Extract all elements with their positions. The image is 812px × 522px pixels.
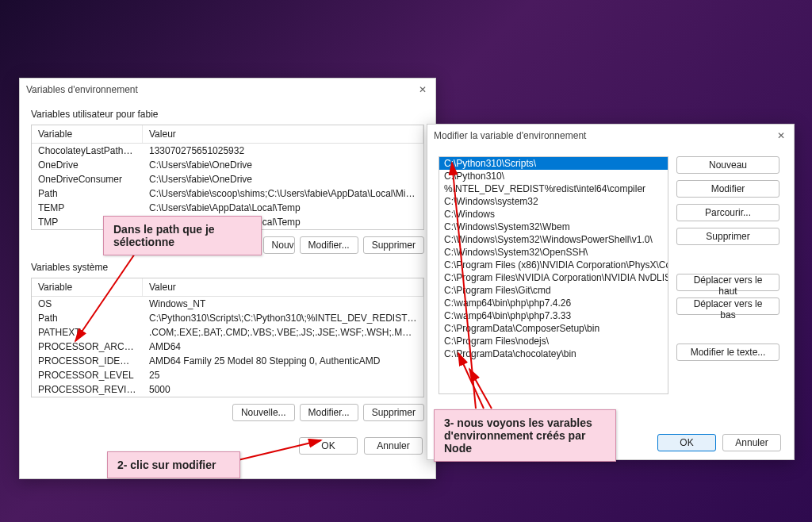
user-vars-grid[interactable]: Variable Valeur ChocolateyLastPathUpdate…: [31, 125, 424, 230]
dialog-title: Variables d'environnement: [26, 84, 416, 95]
user-vars-label: Variables utilisateur pour fabie: [31, 109, 424, 120]
system-new-button[interactable]: Nouvelle...: [232, 404, 295, 421]
list-item[interactable]: C:\Program Files\Git\cmd: [439, 284, 668, 297]
var-name: PATHEXT: [32, 326, 143, 339]
list-item[interactable]: C:\Windows\System32\WindowsPowerShell\v1…: [439, 233, 668, 246]
table-row[interactable]: PROCESSOR_ARCHITECTUREAMD64: [32, 340, 423, 354]
var-name: OneDriveConsumer: [32, 173, 143, 186]
table-row[interactable]: PATHEXT.COM;.EXE;.BAT;.CMD;.VBS;.VBE;.JS…: [32, 325, 423, 340]
var-name: OS: [32, 297, 143, 310]
var-value: C:\Users\fabie\OneDrive: [143, 159, 423, 171]
list-item[interactable]: C:\Windows: [439, 208, 668, 221]
table-row[interactable]: PathC:\Python310\Scripts\;C:\Python310\;…: [32, 311, 423, 325]
var-name: ChocolateyLastPathUpdate: [32, 144, 143, 157]
cancel-button[interactable]: Annuler: [722, 434, 781, 451]
move-up-button[interactable]: Déplacer vers le haut: [676, 274, 779, 291]
user-edit-button[interactable]: Modifier...: [300, 236, 358, 254]
list-item[interactable]: C:\Python310\Scripts\: [439, 157, 668, 170]
var-value: AMD64: [143, 340, 423, 353]
table-row[interactable]: PathC:\Users\fabie\scoop\shims;C:\Users\…: [32, 186, 423, 201]
side-buttons: Nouveau Modifier Parcourir... Supprimer …: [676, 156, 779, 394]
user-delete-button[interactable]: Supprimer: [363, 236, 424, 254]
system-vars-grid[interactable]: Variable Valeur OSWindows_NTPathC:\Pytho…: [31, 278, 424, 397]
edit-button[interactable]: Modifier: [676, 180, 779, 198]
browse-button[interactable]: Parcourir...: [676, 204, 779, 221]
list-item[interactable]: C:\Python310\: [439, 170, 668, 182]
var-name: PROCESSOR_ARCHITECTURE: [32, 340, 143, 353]
list-item[interactable]: C:\Windows\System32\Wbem: [439, 221, 668, 233]
var-value: 25: [143, 369, 423, 382]
var-value: C:\Users\fabie\OneDrive: [143, 173, 423, 186]
list-item[interactable]: C:\ProgramData\ComposerSetup\bin: [439, 322, 668, 335]
var-name: PROCESSOR_REVISION: [32, 383, 143, 396]
col-value: Valeur: [143, 278, 423, 296]
var-value: C:\Users\fabie\scoop\shims;C:\Users\fabi…: [143, 187, 423, 200]
var-value: 133070275651025932: [143, 144, 423, 157]
table-row[interactable]: ChocolateyLastPathUpdate1330702756510259…: [32, 144, 423, 158]
close-icon[interactable]: ✕: [775, 129, 787, 142]
list-item[interactable]: C:\Program Files (x86)\NVIDIA Corporatio…: [439, 259, 668, 271]
var-name: Path: [32, 187, 143, 200]
table-row[interactable]: PROCESSOR_REVISION5000: [32, 382, 423, 397]
callout-2: 2- clic sur modifier: [107, 451, 240, 478]
dialog-title: Modifier la variable d'environnement: [434, 130, 775, 141]
table-row[interactable]: OneDriveConsumerC:\Users\fabie\OneDrive: [32, 172, 423, 186]
table-row[interactable]: TEMPC:\Users\fabie\AppData\Local\Temp: [32, 201, 423, 215]
titlebar: Modifier la variable d'environnement ✕: [427, 125, 794, 147]
system-vars-group: Variables système Variable Valeur OSWind…: [31, 262, 424, 421]
list-item[interactable]: C:\Windows\System32\OpenSSH\: [439, 246, 668, 259]
list-item[interactable]: C:\ProgramData\chocolatey\bin: [439, 347, 668, 360]
system-vars-label: Variables système: [31, 262, 424, 273]
var-value: 5000: [143, 383, 423, 396]
cancel-button[interactable]: Annuler: [364, 437, 423, 455]
titlebar: Variables d'environnement ✕: [20, 79, 435, 101]
var-name: Path: [32, 312, 143, 324]
list-item[interactable]: %INTEL_DEV_REDIST%redist\intel64\compile…: [439, 182, 668, 195]
col-value: Valeur: [143, 125, 423, 143]
var-name: TEMP: [32, 202, 143, 214]
new-button[interactable]: Nouveau: [676, 156, 779, 174]
close-icon[interactable]: ✕: [416, 83, 429, 96]
var-value: C:\Python310\Scripts\;C:\Python310\;%INT…: [143, 312, 423, 324]
grid-header: Variable Valeur: [32, 278, 423, 297]
delete-button[interactable]: Supprimer: [676, 228, 779, 245]
list-item[interactable]: C:\Program Files\nodejs\: [439, 335, 668, 347]
col-variable: Variable: [32, 125, 143, 143]
var-value: .COM;.EXE;.BAT;.CMD;.VBS;.VBE;.JS;.JSE;.…: [143, 326, 423, 339]
ok-button[interactable]: OK: [657, 434, 716, 451]
var-name: PROCESSOR_IDENTIFIER: [32, 355, 143, 367]
env-vars-dialog: Variables d'environnement ✕ Variables ut…: [19, 78, 436, 479]
path-list[interactable]: C:\Python310\Scripts\C:\Python310\%INTEL…: [439, 156, 668, 394]
system-edit-button[interactable]: Modifier...: [300, 404, 358, 421]
var-name: OneDrive: [32, 159, 143, 171]
table-row[interactable]: OneDriveC:\Users\fabie\OneDrive: [32, 158, 423, 172]
grid-header: Variable Valeur: [32, 125, 423, 144]
var-value: Windows_NT: [143, 297, 423, 310]
var-value: C:\Users\fabie\AppData\Local\Temp: [143, 202, 423, 214]
user-new-button[interactable]: Nouvelle...: [263, 236, 295, 254]
col-variable: Variable: [32, 278, 143, 296]
var-value: AMD64 Family 25 Model 80 Stepping 0, Aut…: [143, 355, 423, 367]
list-item[interactable]: C:\wamp64\bin\php\php7.3.33: [439, 309, 668, 322]
list-item[interactable]: C:\wamp64\bin\php\php7.4.26: [439, 297, 668, 309]
ok-button[interactable]: OK: [299, 437, 358, 455]
edit-text-button[interactable]: Modifier le texte...: [676, 344, 779, 361]
callout-3: 3- nous voyons les varables d'environnem…: [434, 409, 616, 462]
table-row[interactable]: PROCESSOR_IDENTIFIERAMD64 Family 25 Mode…: [32, 354, 423, 368]
table-row[interactable]: OSWindows_NT: [32, 297, 423, 311]
move-down-button[interactable]: Déplacer vers le bas: [676, 297, 779, 315]
list-item[interactable]: C:\Program Files\NVIDIA Corporation\NVID…: [439, 271, 668, 284]
callout-1: Dans le path que je sélectionne: [103, 216, 262, 255]
table-row[interactable]: PROCESSOR_LEVEL25: [32, 368, 423, 382]
system-delete-button[interactable]: Supprimer: [363, 404, 424, 421]
list-item[interactable]: C:\Windows\system32: [439, 195, 668, 208]
var-name: PROCESSOR_LEVEL: [32, 369, 143, 382]
